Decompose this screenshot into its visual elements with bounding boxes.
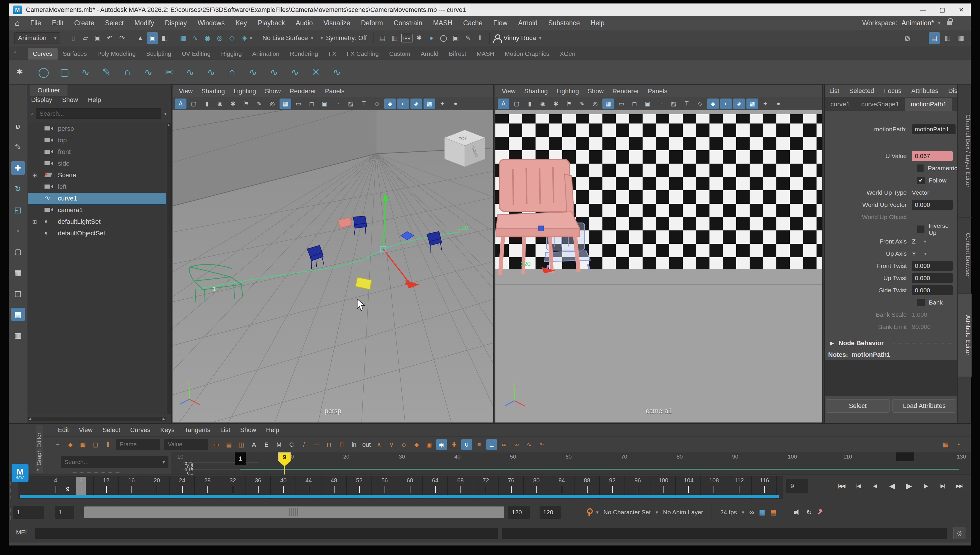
chevron-down-icon[interactable]: ▾	[742, 509, 744, 515]
graph-editor-menu-item[interactable]: Keys	[160, 426, 175, 434]
graph-editor-menu-item[interactable]: Tangents	[184, 426, 210, 434]
expand-icon[interactable]: ⊞	[32, 172, 37, 179]
isolate-select-icon[interactable]: ▢	[188, 98, 200, 109]
menu-item[interactable]: Playback	[258, 19, 285, 27]
attach-curves-icon[interactable]: ∿	[140, 64, 157, 80]
cycle-icon[interactable]: ∿	[524, 439, 534, 450]
minimize-button[interactable]: —	[920, 6, 926, 13]
notes-textarea[interactable]	[825, 360, 957, 396]
viewport-menu-item[interactable]: View	[179, 87, 193, 95]
menu-set-selector[interactable]: Animation ▾	[14, 32, 60, 44]
film-gate-icon[interactable]: ▭	[616, 98, 627, 109]
insert-knot-icon[interactable]: ∿	[182, 64, 199, 80]
viewport-menu-item[interactable]: Show	[265, 87, 281, 95]
bookmark-icon[interactable]: ⚑	[563, 98, 575, 109]
viewport-menu-item[interactable]: Renderer	[290, 87, 316, 95]
camera-attributes-icon[interactable]: ✱	[227, 98, 239, 109]
wireframe-icon[interactable]: ◇	[371, 98, 383, 109]
outliner-item[interactable]: ⊞ top	[27, 135, 166, 146]
channel-box-icon[interactable]: ▦	[956, 32, 967, 44]
viewport-menu-item[interactable]: Shading	[524, 87, 548, 95]
side-twist-field[interactable]	[912, 286, 953, 295]
menu-item[interactable]: Display	[165, 19, 187, 27]
user-name[interactable]: Vinny Roca	[504, 34, 536, 42]
chevron-down-icon[interactable]: ▾	[164, 111, 167, 117]
load-attributes-button[interactable]: Load Attributes	[892, 399, 956, 412]
cv-curve-tool-icon[interactable]: ∿	[77, 64, 94, 80]
open-scene-icon[interactable]: ▱	[80, 32, 91, 44]
shelf-tab[interactable]: Curves	[27, 48, 58, 59]
shelf-tab[interactable]: Rigging	[216, 48, 247, 59]
normalized-view-icon[interactable]: ◫	[236, 439, 247, 450]
lock-camera-icon[interactable]: ◉	[214, 98, 226, 109]
chevron-down-icon[interactable]: ▾	[596, 509, 599, 515]
outliner-item[interactable]: ⊞ persp	[27, 123, 166, 135]
current-time-marker[interactable]: 9	[278, 452, 291, 466]
retime-tool-icon[interactable]: ‖	[103, 439, 113, 450]
grid-icon[interactable]: ▦	[602, 98, 614, 109]
dope-sheet-icon[interactable]: ▦	[940, 439, 951, 450]
animation-start-field[interactable]	[13, 506, 44, 519]
select-tool-icon[interactable]	[11, 98, 25, 112]
outliner-item[interactable]: ⊞ side	[27, 158, 166, 169]
outliner-item[interactable]: ⊞ defaultLightSet	[27, 216, 166, 228]
region-keys-icon[interactable]: ▢	[90, 439, 101, 450]
camera-select-icon[interactable]: ▮	[524, 98, 536, 109]
free-tangent-weight-icon[interactable]: ◇	[399, 439, 409, 450]
graph-editor-menu-item[interactable]: List	[220, 426, 230, 434]
chevron-down-icon[interactable]: ▾	[924, 251, 927, 257]
animation-end-field[interactable]	[540, 506, 561, 519]
detach-curves-icon[interactable]: ✂	[161, 64, 178, 80]
graph-editor-menu-item[interactable]: Show	[240, 426, 256, 434]
xray-icon[interactable]: ●	[772, 98, 784, 109]
node-behavior-section[interactable]: ▶ Node Behavior	[825, 337, 957, 350]
outliner-menu-item[interactable]: Show	[62, 96, 78, 104]
undo-icon[interactable]: ↶	[104, 32, 115, 44]
node-tab[interactable]: curve1	[825, 98, 856, 111]
render-settings-icon[interactable]: ✱	[414, 32, 425, 44]
a-display-icon[interactable]: A	[175, 98, 187, 109]
image-plane-icon[interactable]: ▨	[345, 98, 357, 109]
close-button[interactable]: ✕	[959, 6, 964, 13]
shelf-tab[interactable]: Surfaces	[58, 48, 92, 59]
pre-infinity-icon[interactable]: ∞	[499, 439, 509, 450]
lock-tangent-weight-icon[interactable]: ◆	[411, 439, 422, 450]
hud-icon[interactable]: T	[358, 98, 370, 109]
view-cube[interactable]: TOP RIGHT	[444, 130, 485, 167]
auto-tangent-icon[interactable]: A	[249, 439, 259, 450]
persp-canvas[interactable]: 1	[172, 110, 493, 422]
four-pane-layout-icon[interactable]: ▦	[11, 266, 25, 279]
ease-tangent-icon[interactable]: E	[261, 439, 272, 450]
up-twist-field[interactable]	[912, 273, 953, 283]
anim-curve[interactable]	[240, 469, 959, 470]
play-forward-button[interactable]: ▶	[901, 478, 916, 493]
snap-grid-icon[interactable]: ▦	[177, 32, 188, 44]
step-forward-key-button[interactable]: ▶|	[935, 478, 950, 493]
xray-icon[interactable]: ●	[450, 98, 461, 109]
command-line-mode[interactable]: MEL	[16, 529, 29, 536]
render-setup-icon[interactable]: ◯	[438, 32, 449, 44]
chevron-down-icon[interactable]: ▾	[162, 459, 165, 465]
mute-icon[interactable]	[794, 509, 801, 516]
bank-checkbox[interactable]	[917, 299, 925, 306]
nurbs-square-icon[interactable]: ▢	[56, 64, 73, 80]
shelf-menu-icon[interactable]: ≡	[14, 49, 16, 55]
anim-layer-selector[interactable]: No Anim Layer	[663, 509, 703, 516]
viewport-menu-item[interactable]: Show	[587, 87, 603, 95]
outliner-horizontal-scrollbar[interactable]: ◀▶	[27, 417, 166, 421]
node-tab[interactable]: a	[953, 98, 957, 111]
script-editor-icon[interactable]: {;}	[953, 527, 966, 539]
lights-icon[interactable]: ✦	[760, 98, 771, 109]
new-scene-icon[interactable]: ▯	[68, 32, 79, 44]
chevron-down-icon[interactable]: ▾	[320, 35, 323, 41]
viewport-menu-item[interactable]: Panels	[648, 87, 667, 95]
clamped-tangent-icon[interactable]: C	[286, 439, 297, 450]
menu-item[interactable]: Flow	[493, 19, 508, 27]
linear-tangent-icon[interactable]: /	[299, 439, 309, 450]
attribute-editor-menu-item[interactable]: Selected	[849, 87, 874, 95]
step-back-key-button[interactable]: |◀	[851, 478, 866, 493]
menu-item[interactable]: Visualize	[323, 19, 350, 27]
intersect-curves-icon[interactable]: ✕	[307, 64, 324, 80]
three-point-arc-icon[interactable]: ∩	[119, 64, 136, 80]
default-out-tangent-icon[interactable]: out	[361, 439, 372, 450]
